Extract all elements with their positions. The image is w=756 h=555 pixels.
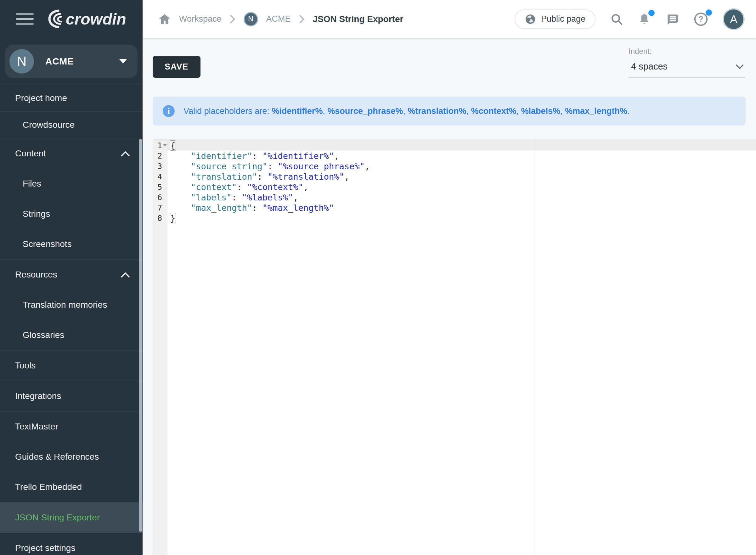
sidebar-item-resources[interactable]: Resources — [0, 260, 142, 290]
code-line: "max_length": "%max_length%" — [170, 203, 756, 213]
placeholder-token: %context% — [471, 106, 516, 116]
main-area: Workspace N ACME JSON String Exporter Pu… — [142, 0, 756, 555]
fold-caret-icon[interactable] — [163, 144, 167, 146]
notification-badge — [648, 10, 655, 16]
svg-text:?: ? — [699, 14, 703, 23]
sidebar-item-integrations[interactable]: Integrations — [0, 381, 142, 411]
code-token: , — [303, 182, 308, 192]
code-token — [170, 151, 191, 161]
indent-value: 4 spaces — [631, 61, 668, 72]
sidebar-item-strings[interactable]: Strings — [0, 199, 142, 229]
placeholder-token: %max_length% — [565, 106, 627, 116]
code-token — [170, 182, 191, 192]
breadcrumb-workspace[interactable]: Workspace — [179, 14, 221, 24]
sidebar-item-translation-memories[interactable]: Translation memories — [0, 290, 142, 320]
sidebar-item-textmaster[interactable]: TextMaster — [0, 412, 142, 442]
sidebar-item-content[interactable]: Content — [0, 138, 142, 169]
code-token: "%labels%" — [242, 193, 293, 202]
sidebar-item-trello-embedded[interactable]: Trello Embedded — [0, 472, 142, 502]
sidebar-item-label: Content — [15, 148, 46, 159]
code-token — [170, 172, 191, 181]
help-badge — [706, 9, 712, 16]
line-number: 8 — [153, 213, 167, 223]
sidebar-nav: Project homeCrowdsourceContentFilesStrin… — [0, 85, 142, 555]
public-page-button[interactable]: Public page — [515, 9, 595, 29]
editor-lines[interactable]: { "identifier": "%identifier%", "source_… — [167, 140, 756, 555]
save-button[interactable]: SAVE — [153, 56, 201, 78]
code-token — [170, 203, 191, 213]
sidebar-item-label: Glossaries — [23, 330, 64, 340]
sidebar-item-crowdsource[interactable]: Crowdsource — [0, 112, 142, 138]
code-token — [170, 193, 191, 202]
code-token: , — [334, 151, 339, 161]
code-token: : — [252, 151, 262, 161]
help-icon[interactable]: ? — [694, 12, 708, 27]
sidebar-item-project-home[interactable]: Project home — [0, 85, 142, 112]
sidebar-item-label: TextMaster — [15, 422, 58, 432]
code-line: "context": "%context%", — [170, 182, 756, 192]
workspace-selector[interactable]: N ACME — [5, 45, 137, 78]
crowdin-logo[interactable]: crowdin — [46, 8, 141, 29]
sidebar-item-tools[interactable]: Tools — [0, 350, 142, 381]
notifications-bell-icon[interactable] — [638, 12, 651, 26]
code-token: "max_length" — [191, 203, 252, 213]
sidebar-item-glossaries[interactable]: Glossaries — [0, 320, 142, 350]
code-token: { — [170, 140, 176, 151]
sidebar-item-guides-references[interactable]: Guides & References — [0, 442, 142, 472]
globe-icon — [525, 13, 536, 25]
code-token: "%translation%" — [267, 172, 344, 181]
editor-gutter: 12345678 — [153, 140, 167, 555]
code-token: "%identifier%" — [262, 151, 334, 161]
sidebar-item-json-string-exporter[interactable]: JSON String Exporter — [0, 503, 142, 533]
breadcrumb-project-avatar[interactable]: N — [244, 12, 258, 27]
home-icon[interactable] — [158, 13, 171, 25]
breadcrumb: Workspace N ACME JSON String Exporter — [158, 12, 403, 27]
code-line: "labels": "%labels%", — [170, 192, 756, 203]
hamburger-menu-icon[interactable] — [16, 13, 34, 25]
sidebar-header: crowdin — [0, 0, 142, 38]
line-number: 3 — [153, 161, 167, 171]
line-number: 7 — [153, 203, 167, 213]
sidebar-item-label: Translation memories — [23, 300, 107, 310]
indent-control: Indent: 4 spaces — [629, 47, 746, 78]
workspace-avatar: N — [9, 49, 34, 74]
caret-down-icon — [119, 59, 127, 63]
sidebar-item-project-settings[interactable]: Project settings — [0, 533, 142, 555]
code-token: "%context%" — [247, 182, 303, 192]
code-token: "%source_phrase%" — [278, 161, 365, 171]
chevron-right-icon — [230, 15, 236, 24]
sidebar-item-label: Crowdsource — [23, 120, 75, 130]
code-line: "identifier": "%identifier%", — [170, 151, 756, 161]
code-line: "source_string": "%source_phrase%", — [170, 161, 756, 171]
code-line: "translation": "%translation%", — [170, 171, 756, 182]
sidebar-scrollbar[interactable] — [139, 139, 142, 532]
search-icon[interactable] — [610, 12, 623, 26]
public-page-label: Public page — [541, 14, 585, 24]
sidebar-item-label: Strings — [23, 209, 50, 219]
sidebar: crowdin N ACME Project homeCrowdsourceCo… — [0, 0, 142, 555]
code-token: , — [344, 172, 349, 181]
placeholder-token: %identifier% — [271, 106, 323, 116]
chevron-up-icon — [121, 272, 130, 278]
code-token — [170, 161, 191, 171]
app-root: crowdin N ACME Project homeCrowdsourceCo… — [0, 0, 756, 555]
line-number: 6 — [153, 192, 167, 203]
code-editor[interactable]: 12345678 { "identifier": "%identifier%",… — [153, 139, 756, 555]
code-line: { — [170, 140, 756, 151]
code-token: : — [237, 182, 247, 192]
sidebar-item-screenshots[interactable]: Screenshots — [0, 229, 142, 259]
code-line: } — [170, 213, 756, 223]
breadcrumb-project[interactable]: ACME — [266, 14, 291, 24]
user-avatar[interactable]: A — [723, 8, 745, 30]
indent-select[interactable]: 4 spaces — [629, 59, 746, 78]
code-token: , — [293, 193, 298, 202]
page-content: SAVE Indent: 4 spaces i Valid placeholde… — [142, 38, 756, 555]
line-number: 2 — [153, 151, 167, 161]
sidebar-item-label: Guides & References — [15, 452, 99, 462]
sidebar-item-files[interactable]: Files — [0, 169, 142, 199]
placeholder-token: %source_phrase% — [327, 106, 403, 116]
sidebar-item-label: Integrations — [15, 391, 61, 401]
feedback-chat-icon[interactable] — [665, 12, 679, 26]
sidebar-item-label: JSON String Exporter — [15, 513, 100, 523]
code-token: "source_string" — [191, 161, 267, 171]
